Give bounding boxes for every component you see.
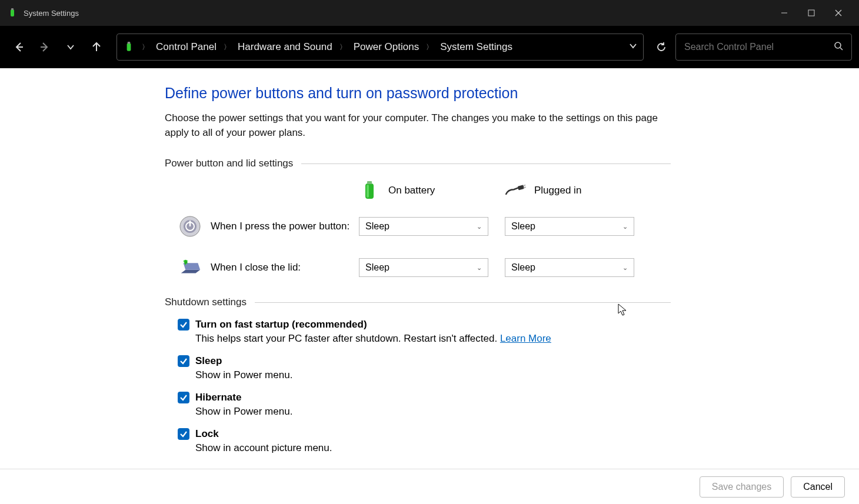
- search-input[interactable]: [684, 42, 834, 52]
- dropdown-power-battery[interactable]: Sleep⌄: [359, 217, 488, 236]
- section-header-shutdown: Shutdown settings: [165, 296, 671, 308]
- checkbox-lock[interactable]: [178, 428, 189, 440]
- close-button[interactable]: [825, 4, 852, 22]
- chevron-down-icon: ⌄: [477, 264, 482, 272]
- battery-icon: [359, 180, 380, 201]
- up-button[interactable]: [85, 35, 108, 59]
- option-lock: Lock Show in account picture menu.: [178, 428, 671, 454]
- breadcrumb-item[interactable]: Power Options: [350, 39, 423, 55]
- back-button[interactable]: [7, 35, 31, 59]
- section-header-power-button: Power button and lid settings: [165, 158, 671, 169]
- checkbox-sleep[interactable]: [178, 355, 189, 367]
- content-area[interactable]: Define power buttons and turn on passwor…: [0, 68, 859, 469]
- search-box[interactable]: [675, 34, 852, 61]
- option-label: Turn on fast startup (recommended): [195, 319, 367, 331]
- svg-rect-1: [11, 8, 14, 10]
- address-bar[interactable]: 〉 Control Panel 〉 Hardware and Sound 〉 P…: [116, 34, 644, 61]
- svg-line-12: [840, 48, 843, 50]
- option-fast-startup: Turn on fast startup (recommended) This …: [178, 319, 671, 345]
- option-desc: Show in Power menu.: [195, 369, 671, 381]
- option-desc: This helps start your PC faster after sh…: [195, 333, 671, 345]
- breadcrumb-item[interactable]: System Settings: [437, 39, 516, 55]
- window-title: System Settings: [24, 9, 79, 18]
- address-dropdown[interactable]: [629, 42, 637, 52]
- laptop-lid-icon: [178, 255, 202, 280]
- option-desc: Show in Power menu.: [195, 406, 671, 418]
- option-desc: Show in account picture menu.: [195, 442, 671, 454]
- minimize-button[interactable]: [771, 4, 798, 22]
- row-label: When I close the lid:: [211, 262, 359, 273]
- power-icon: [178, 214, 202, 239]
- page-title: Define power buttons and turn on passwor…: [165, 85, 671, 102]
- cancel-button[interactable]: Cancel: [791, 476, 845, 498]
- location-icon: [123, 42, 135, 52]
- search-icon: [834, 41, 843, 53]
- svg-rect-14: [367, 181, 372, 184]
- save-button[interactable]: Save changes: [700, 476, 784, 498]
- option-sleep: Sleep Show in Power menu.: [178, 355, 671, 381]
- maximize-button[interactable]: [798, 4, 825, 22]
- footer: Save changes Cancel: [0, 469, 859, 504]
- column-plugged-in: Plugged in: [505, 180, 634, 201]
- chevron-right-icon[interactable]: 〉: [338, 42, 348, 52]
- column-on-battery: On battery: [359, 180, 488, 201]
- option-label: Lock: [195, 428, 219, 440]
- chevron-down-icon: ⌄: [622, 223, 628, 231]
- refresh-button[interactable]: [650, 35, 673, 59]
- chevron-down-icon: ⌄: [622, 264, 628, 272]
- option-label: Sleep: [195, 355, 222, 367]
- svg-line-17: [523, 185, 525, 186]
- forward-button[interactable]: [33, 35, 56, 59]
- row-power-button: When I press the power button: Sleep⌄ Sl…: [165, 214, 671, 239]
- app-icon: [7, 8, 18, 18]
- option-hibernate: Hibernate Show in Power menu.: [178, 392, 671, 418]
- row-label: When I press the power button:: [211, 221, 359, 232]
- page-description: Choose the power settings that you want …: [165, 111, 659, 140]
- plug-icon: [505, 180, 526, 201]
- svg-rect-3: [808, 10, 814, 16]
- navbar: 〉 Control Panel 〉 Hardware and Sound 〉 P…: [0, 26, 859, 68]
- option-label: Hibernate: [195, 392, 241, 403]
- dropdown-lid-battery[interactable]: Sleep⌄: [359, 258, 488, 277]
- checkbox-hibernate[interactable]: [178, 392, 189, 403]
- chevron-right-icon[interactable]: 〉: [141, 42, 150, 52]
- chevron-down-icon: ⌄: [477, 223, 482, 231]
- titlebar: System Settings: [0, 0, 859, 26]
- svg-rect-0: [11, 9, 14, 16]
- dropdown-lid-plugged[interactable]: Sleep⌄: [505, 258, 634, 277]
- recent-dropdown[interactable]: [59, 35, 82, 59]
- learn-more-link[interactable]: Learn More: [500, 333, 551, 344]
- row-close-lid: When I close the lid: Sleep⌄ Sleep⌄: [165, 255, 671, 280]
- breadcrumb-item[interactable]: Hardware and Sound: [234, 39, 336, 55]
- checkbox-fast-startup[interactable]: [178, 319, 189, 331]
- chevron-right-icon[interactable]: 〉: [222, 42, 232, 52]
- svg-rect-15: [367, 185, 369, 198]
- breadcrumb-item[interactable]: Control Panel: [152, 39, 220, 55]
- svg-point-11: [835, 42, 841, 48]
- svg-rect-9: [127, 43, 131, 51]
- chevron-right-icon[interactable]: 〉: [425, 42, 434, 52]
- svg-rect-10: [128, 42, 131, 44]
- dropdown-power-plugged[interactable]: Sleep⌄: [505, 217, 634, 236]
